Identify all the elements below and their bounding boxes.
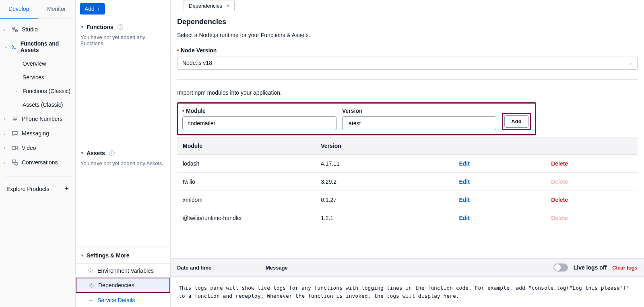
cell-module: twilio — [177, 173, 315, 191]
hash-icon — [11, 115, 19, 122]
table-row: twilio3.29.2EditDelete — [177, 173, 638, 191]
logs-col-message: Message — [266, 265, 553, 271]
nav-item-conversations[interactable]: › Conversations — [0, 155, 75, 170]
info-icon[interactable]: i — [109, 150, 115, 156]
arrow-right-icon: → — [88, 297, 93, 303]
functions-empty-message: You have not yet added any Functions. — [80, 34, 165, 46]
logs-col-datetime: Date and time — [177, 265, 266, 271]
svg-point-3 — [90, 270, 91, 272]
assets-empty-message: You have not yet added any Assets. — [80, 160, 165, 166]
nav-item-functions-assets[interactable]: ⌄ Functions and Assets — [0, 37, 75, 57]
col-version: Version — [315, 137, 453, 155]
chevron-down-icon: ⌄ — [4, 45, 8, 49]
nav-label: Video — [22, 145, 36, 151]
col-module: Module — [177, 137, 315, 155]
version-input[interactable] — [342, 116, 496, 130]
nav-item-messaging[interactable]: › Messaging — [0, 126, 75, 141]
nav-item-video[interactable]: › Video — [0, 141, 75, 155]
nav-sub-assets-classic[interactable]: Assets (Classic) — [0, 98, 75, 112]
add-button[interactable]: Add + — [80, 3, 105, 15]
video-icon — [11, 144, 19, 151]
delete-link: Delete — [551, 215, 568, 221]
gear-icon — [89, 282, 94, 288]
module-label: •Module — [182, 108, 336, 114]
chevron-right-icon: › — [4, 117, 8, 121]
edit-link[interactable]: Edit — [459, 160, 469, 167]
nav-item-phone-numbers[interactable]: › Phone Numbers — [0, 112, 75, 126]
chevron-down-icon: ⌄ — [629, 60, 632, 66]
nav-item-studio[interactable]: › Studio — [0, 22, 75, 37]
table-row: @twilio/runtime-handler1.2.1EditDelete — [177, 209, 638, 227]
nav-label: Messaging — [22, 130, 49, 137]
edit-link[interactable]: Edit — [459, 178, 469, 185]
dependencies-table: Module Version lodash4.17.11EditDeletetw… — [177, 137, 638, 227]
explore-label: Explore Products — [6, 186, 50, 192]
section-title: Assets — [87, 150, 105, 156]
cell-version: 1.2.1 — [315, 209, 453, 227]
cell-module: xmldom — [177, 191, 315, 209]
edit-link[interactable]: Edit — [459, 215, 469, 221]
settings-label: Service Details — [97, 297, 135, 303]
node-version-label: •Node Version — [177, 47, 638, 54]
nav-sub-services[interactable]: Services — [0, 71, 75, 84]
add-module-row: •Module Version Add — [177, 102, 536, 135]
live-logs-label: Live logs off — [574, 264, 607, 271]
plus-icon: + — [97, 6, 100, 12]
gear-icon — [88, 268, 93, 274]
tab-develop[interactable]: Develop — [0, 0, 38, 19]
settings-item-service-details[interactable]: → Service Details — [76, 293, 170, 307]
assets-section-header[interactable]: ▼ Assets i — [80, 150, 165, 156]
nav-sub-overview[interactable]: Overview — [0, 57, 75, 71]
divider — [177, 79, 638, 80]
functions-section-header[interactable]: ▼ Functions i — [80, 24, 165, 30]
settings-item-env-vars[interactable]: Environment Variables — [76, 263, 170, 278]
table-row: xmldom0.1.27EditDelete — [177, 191, 638, 209]
chat-icon — [11, 130, 19, 137]
node-version-select[interactable]: Node.js v18 ⌄ — [177, 56, 638, 70]
left-sidebar: Develop Monitor › Studio ⌄ Functions and… — [0, 0, 76, 307]
section-title: Settings & More — [87, 252, 130, 259]
svg-rect-1 — [15, 30, 18, 32]
nav-label: Functions and Assets — [21, 40, 71, 53]
settings-label: Dependencies — [98, 282, 134, 288]
chevron-right-icon: › — [15, 89, 19, 93]
add-button-label: Add — [85, 6, 95, 12]
divider — [5, 176, 70, 176]
settings-more-header[interactable]: ▼ Settings & More — [76, 247, 170, 263]
info-icon[interactable]: i — [118, 24, 123, 30]
cell-version: 4.17.11 — [315, 155, 453, 173]
functions-icon — [11, 43, 17, 50]
logs-header: Date and time Message Live logs off Clea… — [171, 258, 644, 277]
chevron-right-icon: › — [4, 131, 8, 136]
svg-rect-2 — [12, 146, 16, 149]
delete-link[interactable]: Delete — [551, 160, 568, 167]
live-logs-toggle[interactable] — [553, 263, 568, 272]
chevron-right-icon: › — [4, 146, 8, 150]
file-tab-dependencies[interactable]: Dependencies × — [184, 0, 235, 11]
settings-item-dependencies[interactable]: Dependencies — [76, 278, 170, 293]
nav-label: Studio — [22, 26, 38, 33]
edit-link[interactable]: Edit — [459, 197, 469, 203]
cell-version: 0.1.27 — [315, 191, 453, 209]
cell-module: @twilio/runtime-handler — [177, 209, 315, 227]
tab-monitor[interactable]: Monitor — [38, 0, 76, 19]
tab-label: Dependencies — [189, 3, 222, 9]
explore-products[interactable]: Explore Products + — [0, 180, 75, 198]
import-description: Import npm modules into your application… — [177, 89, 638, 96]
settings-label: Environment Variables — [97, 268, 154, 274]
add-module-button[interactable]: Add — [504, 115, 528, 128]
logs-body: This logs pane will show live logs for a… — [171, 277, 644, 307]
module-input[interactable] — [182, 116, 336, 130]
delete-link[interactable]: Delete — [551, 197, 568, 203]
page-description: Select a Node.js runtime for your Functi… — [177, 32, 638, 38]
close-icon[interactable]: × — [226, 2, 229, 9]
nav-label: Functions (Classic) — [23, 88, 70, 94]
nav-sub-functions-classic[interactable]: › Functions (Classic) — [0, 84, 75, 98]
clear-logs-button[interactable]: Clear logs — [612, 265, 638, 271]
page-title: Dependencies — [177, 18, 638, 26]
main-area: Dependencies × Dependencies Select a Nod… — [171, 0, 644, 307]
select-value: Node.js v18 — [182, 60, 212, 66]
delete-link: Delete — [551, 178, 568, 185]
middle-panel: Add + ▼ Functions i You have not yet add… — [76, 0, 171, 307]
chevron-right-icon: › — [4, 160, 8, 165]
